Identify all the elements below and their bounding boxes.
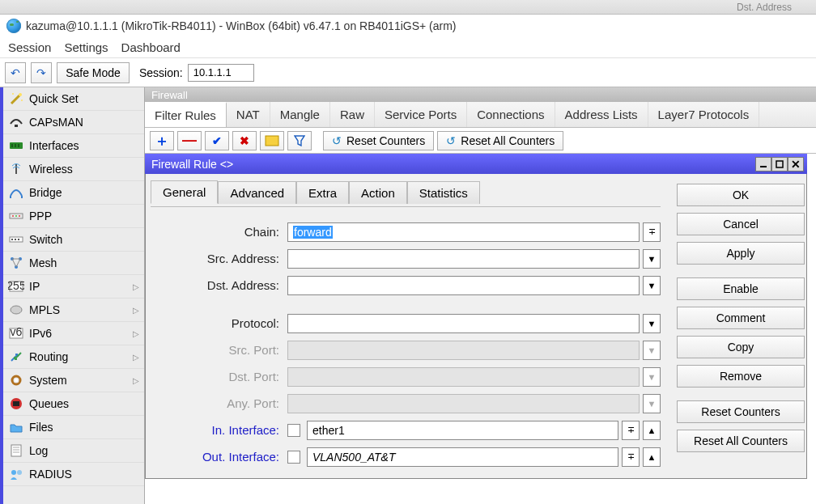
remove-button[interactable]: Remove	[677, 365, 805, 388]
chain-dropdown[interactable]: ∓	[643, 222, 661, 242]
chain-input[interactable]: forward	[287, 222, 640, 242]
sidebar-item-ip[interactable]: 255IP▷	[3, 275, 144, 299]
out-interface-label[interactable]: Out. Interface:	[151, 450, 284, 464]
sidebar-item-label: Queues	[29, 397, 139, 410]
sidebar-item-label: Switch	[29, 233, 139, 246]
sidebar-item-interfaces[interactable]: Interfaces	[3, 134, 144, 158]
remove-button[interactable]: —	[177, 131, 202, 150]
field-src-address: Src. Address: ▼	[151, 245, 661, 272]
protocol-label: Protocol:	[151, 316, 284, 330]
dialog-tab-general[interactable]: General	[151, 180, 218, 204]
cancel-button[interactable]: Cancel	[677, 213, 805, 235]
sidebar-item-ipv6[interactable]: v6IPv6▷	[3, 322, 144, 345]
bridge-icon	[8, 184, 24, 201]
svg-point-40	[17, 470, 22, 475]
src-port-label: Src. Port:	[151, 343, 284, 357]
src-address-dropdown[interactable]: ▼	[643, 249, 661, 269]
apply-button[interactable]: Apply	[677, 242, 805, 265]
sidebar-item-radius[interactable]: RADIUS	[3, 463, 144, 486]
firewall-tab-layer7-protocols[interactable]: Layer7 Protocols	[648, 102, 760, 127]
dialog-titlebar[interactable]: Firewall Rule <> ✕	[145, 154, 807, 174]
sidebar-item-bridge[interactable]: Bridge	[3, 181, 144, 205]
dialog-tab-extra[interactable]: Extra	[296, 181, 349, 204]
submenu-arrow-icon: ▷	[133, 306, 139, 315]
firewall-tab-connections[interactable]: Connections	[467, 102, 555, 127]
sidebar-item-capsman[interactable]: CAPsMAN	[3, 111, 144, 134]
firewall-panel-title: Firewall	[145, 87, 816, 102]
close-button[interactable]: ✕	[788, 157, 804, 172]
reset-counters-button[interactable]: Reset Counters	[677, 400, 805, 423]
submenu-arrow-icon: ▷	[133, 353, 139, 362]
dialog-tab-advanced[interactable]: Advanced	[218, 181, 296, 204]
redo-button[interactable]: ↷	[31, 62, 52, 83]
in-interface-up[interactable]: ▲	[643, 421, 661, 440]
gear-icon	[8, 372, 24, 388]
sidebar-item-ppp[interactable]: PPP	[3, 205, 144, 228]
sidebar-item-quick-set[interactable]: Quick Set	[3, 87, 144, 111]
ok-button[interactable]: OK	[677, 184, 805, 206]
dst-address-dropdown[interactable]: ▼	[643, 276, 661, 295]
firewall-tab-mangle[interactable]: Mangle	[270, 102, 330, 127]
reset-all-counters-button[interactable]: Reset All Counters	[677, 430, 805, 452]
out-interface-not-checkbox[interactable]	[287, 451, 300, 464]
app-icon	[6, 19, 21, 33]
antenna-icon	[8, 161, 24, 177]
reset-counters-button[interactable]: ↺ Reset Counters	[323, 131, 434, 150]
sidebar-item-switch[interactable]: Switch	[3, 228, 144, 252]
out-interface-input[interactable]: VLAN500_AT&T	[307, 447, 618, 467]
menu-dashboard[interactable]: Dashboard	[121, 40, 181, 54]
sidebar-item-queues[interactable]: Queues	[3, 392, 144, 416]
sidebar-item-log[interactable]: Log	[3, 439, 144, 463]
disable-button[interactable]: ✖	[232, 131, 257, 150]
out-interface-dropdown[interactable]: ∓	[622, 447, 640, 467]
svg-line-25	[16, 259, 20, 267]
filter-button[interactable]	[287, 131, 312, 150]
firewall-tab-filter-rules[interactable]: Filter Rules	[145, 102, 227, 127]
svg-rect-34	[13, 401, 19, 406]
iface-icon	[8, 138, 24, 154]
enable-button[interactable]: Enable	[677, 277, 805, 300]
src-address-input[interactable]	[287, 249, 640, 269]
sidebar-item-system[interactable]: System▷	[3, 369, 144, 392]
sidebar-item-label: System	[29, 374, 128, 387]
src-address-label: Src. Address:	[151, 252, 284, 265]
firewall-tab-address-lists[interactable]: Address Lists	[555, 102, 648, 127]
field-chain: Chain: forward ∓	[151, 218, 661, 245]
protocol-dropdown[interactable]: ▼	[643, 314, 661, 333]
session-value[interactable]: 10.1.1.1	[188, 64, 254, 82]
firewall-tab-nat[interactable]: NAT	[227, 102, 270, 127]
in-interface-input[interactable]: ether1	[307, 421, 618, 440]
dst-address-label: Dst. Address:	[151, 278, 284, 292]
dialog-tab-statistics[interactable]: Statistics	[407, 181, 480, 204]
in-interface-not-checkbox[interactable]	[287, 424, 300, 437]
reset-all-counters-button[interactable]: ↺ Reset All Counters	[437, 131, 563, 150]
sidebar-item-wireless[interactable]: Wireless	[3, 158, 144, 181]
in-interface-label[interactable]: In. Interface:	[151, 423, 284, 437]
dialog-tab-action[interactable]: Action	[349, 181, 407, 204]
menu-session[interactable]: Session	[8, 40, 51, 54]
enable-button[interactable]: ✔	[205, 131, 229, 150]
maximize-button[interactable]	[771, 157, 788, 172]
sidebar-item-mesh[interactable]: Mesh	[3, 252, 144, 275]
sidebar-item-mpls[interactable]: MPLS▷	[3, 299, 144, 322]
in-interface-value: ether1	[312, 424, 345, 437]
out-interface-up[interactable]: ▲	[643, 447, 661, 467]
safe-mode-button[interactable]: Safe Mode	[57, 62, 130, 83]
firewall-tab-raw[interactable]: Raw	[330, 102, 375, 127]
add-button[interactable]: ＋	[150, 131, 174, 150]
counter-icon: ↺	[332, 134, 342, 147]
sidebar-item-label: RADIUS	[29, 468, 139, 481]
undo-button[interactable]: ↶	[5, 62, 26, 83]
sidebar-item-routing[interactable]: Routing▷	[3, 345, 144, 369]
dst-address-input[interactable]	[287, 276, 640, 295]
protocol-input[interactable]	[287, 314, 640, 333]
menu-settings[interactable]: Settings	[64, 40, 108, 54]
comment-button[interactable]: Comment	[677, 307, 805, 329]
in-interface-dropdown[interactable]: ∓	[622, 421, 640, 440]
minimize-button[interactable]	[755, 157, 771, 172]
copy-button[interactable]: Copy	[677, 336, 805, 358]
sidebar-item-label: Quick Set	[29, 92, 139, 105]
firewall-tab-service-ports[interactable]: Service Ports	[375, 102, 467, 127]
comment-button[interactable]	[260, 131, 284, 150]
sidebar-item-files[interactable]: Files	[3, 416, 144, 439]
